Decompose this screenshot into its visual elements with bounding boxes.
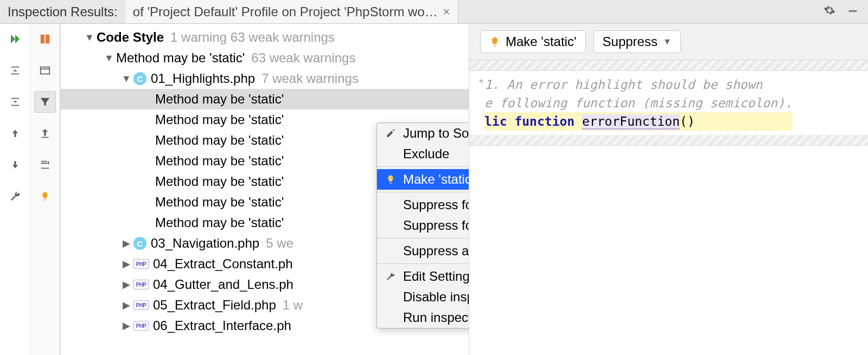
rerun-icon[interactable] (4, 28, 26, 50)
menu-disable-inspection[interactable]: Disable inspection (377, 287, 469, 307)
highlighted-symbol: errorFunction (582, 114, 680, 130)
filter-icon[interactable] (34, 91, 56, 113)
collapsed-region-bottom (469, 135, 868, 146)
php-file-icon: PHP (133, 259, 149, 269)
menu-exclude[interactable]: Exclude (377, 144, 469, 164)
intention-bulb-icon[interactable] (34, 185, 56, 207)
package-icon[interactable] (34, 60, 56, 81)
php-file-icon: PHP (133, 300, 149, 310)
tree-group-method-static[interactable]: ▼ Method may be 'static' 63 weak warning… (61, 48, 469, 68)
tab-label: of 'Project Default' Profile on Project … (133, 4, 438, 20)
preview-toolbar: Make 'static' Suppress ▼ (469, 24, 868, 60)
prev-occurrence-icon[interactable] (4, 122, 26, 144)
suppress-dropdown[interactable]: Suppress ▼ (593, 30, 681, 53)
php-file-icon: PHP (133, 321, 149, 331)
bulb-icon (385, 175, 397, 184)
expand-icon[interactable]: ＋ (475, 75, 484, 131)
svg-rect-3 (41, 67, 50, 74)
context-menu: Jump to Source ⌘↓ Exclude Make 'static' … (376, 122, 469, 328)
close-tab-icon[interactable]: × (443, 5, 450, 19)
tree-issue-selected[interactable]: Method may be 'static' (61, 89, 469, 109)
class-file-icon: C (133, 72, 146, 85)
results-tree[interactable]: ▼ Code Style 1 warning 63 weak warnings … (61, 24, 469, 355)
menu-suppress-statement[interactable]: Suppress for statement (377, 215, 469, 236)
autoscroll-icon[interactable] (34, 154, 56, 176)
edit-icon (385, 128, 397, 138)
minimize-icon[interactable] (847, 4, 858, 20)
panel-title: Inspection Results: (0, 4, 125, 20)
collapse-all-icon[interactable] (4, 91, 26, 113)
menu-make-static[interactable]: Make 'static' (377, 169, 469, 190)
code-preview[interactable]: ＋ 1. An error highlight should be shown … (469, 71, 868, 135)
class-file-icon: C (133, 237, 146, 250)
menu-edit-settings[interactable]: Edit Settings (377, 266, 469, 287)
tree-file-01-highlights[interactable]: ▼ C 01_Highlights.php 7 weak warnings (61, 68, 469, 89)
left-toolbar-1 (0, 24, 30, 355)
menu-suppress-file[interactable]: Suppress for file (377, 195, 469, 215)
wrench-icon (385, 272, 397, 281)
chevron-down-icon: ▼ (663, 37, 672, 47)
make-static-button[interactable]: Make 'static' (480, 30, 586, 53)
bulb-icon (489, 36, 500, 47)
preview-panel: Make 'static' Suppress ▼ ＋ 1. An error h… (469, 24, 868, 355)
left-toolbar-2 (30, 24, 61, 355)
tab-bar: Inspection Results: of 'Project Default'… (0, 0, 868, 24)
svg-rect-2 (46, 35, 49, 44)
tree-group-code-style[interactable]: ▼ Code Style 1 warning 63 weak warnings (61, 27, 469, 48)
menu-run-inspection-on[interactable]: Run inspection on … (377, 307, 469, 328)
inspection-results-panel: Inspection Results: of 'Project Default'… (0, 0, 868, 355)
menu-suppress-all-file[interactable]: Suppress all for file (377, 241, 469, 261)
gear-icon[interactable] (824, 4, 835, 20)
svg-rect-1 (41, 35, 44, 44)
collapsed-region-top (469, 60, 868, 71)
export-icon[interactable] (34, 122, 56, 144)
group-by-icon[interactable] (34, 28, 56, 50)
next-occurrence-icon[interactable] (4, 154, 26, 176)
svg-rect-0 (849, 10, 857, 12)
result-tab[interactable]: of 'Project Default' Profile on Project … (125, 0, 458, 23)
expand-all-icon[interactable] (4, 60, 26, 81)
menu-jump-to-source[interactable]: Jump to Source ⌘↓ (377, 123, 469, 144)
php-file-icon: PHP (133, 280, 149, 289)
settings-wrench-icon[interactable] (4, 185, 26, 207)
